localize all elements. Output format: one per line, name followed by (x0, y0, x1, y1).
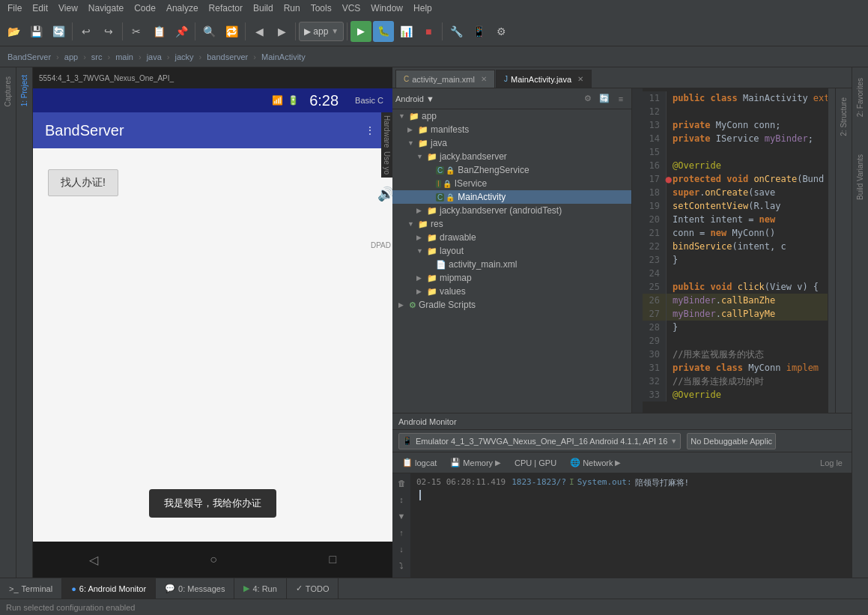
terminal-tab[interactable]: >_ Terminal (0, 578, 62, 599)
code-scroll[interactable]: 11 public class MainActivity extends Ap … (643, 88, 828, 413)
breadcrumb-bandserver2[interactable]: bandserver (202, 51, 252, 63)
tree-androidtest[interactable]: ▶ 📁 jacky.bandserver (androidTest) (392, 204, 631, 217)
menu-analyze[interactable]: Analyze (162, 1, 203, 15)
toolbar-cut-btn[interactable]: ✂ (126, 21, 147, 42)
toolbar-sdk-btn[interactable]: 🔧 (446, 21, 467, 42)
menu-run[interactable]: Run (279, 1, 305, 15)
menu-view[interactable]: View (54, 1, 82, 15)
breadcrumb-bandserver[interactable]: BandServer (3, 51, 55, 63)
menu-vcs[interactable]: VCS (338, 1, 365, 15)
tree-res[interactable]: ▼ 📁 res (392, 217, 631, 231)
toolbar-redo-btn[interactable]: ↪ (98, 21, 119, 42)
tree-activity-main-xml[interactable]: ▶ 📄 activity_main.xml (392, 258, 631, 271)
log-scroll-btn[interactable]: ↕ (395, 493, 408, 506)
find-person-button[interactable]: 找人办证! (48, 169, 118, 196)
tree-layout[interactable]: ▼ 📁 layout (392, 244, 631, 258)
breadcrumb-java[interactable]: java (142, 51, 166, 63)
back-nav-icon[interactable]: ◁ (89, 553, 98, 567)
tree-settings-btn[interactable]: ⚙ (580, 91, 595, 106)
hardware-label1: Hardware (381, 112, 392, 151)
menu-file[interactable]: File (3, 1, 26, 15)
terminal-icon: >_ (9, 584, 19, 593)
log-wrap-btn[interactable]: ⤵ (395, 559, 408, 572)
log-down-btn[interactable]: ↓ (395, 542, 408, 556)
tab-close-2[interactable]: ✕ (577, 75, 583, 83)
app-dropdown[interactable]: ▶ app▼ (299, 22, 344, 41)
tab-activity-main[interactable]: C activity_main.xml ✕ (395, 70, 495, 88)
log-clear-btn[interactable]: 🗑 (395, 476, 408, 490)
logcat-tab[interactable]: 📋 logcat (395, 455, 443, 471)
menu-refactor[interactable]: Refactor (204, 1, 247, 15)
log-pid: 1823-1823/? (512, 477, 566, 487)
android-monitor-tab[interactable]: ● 6: Android Monitor (62, 578, 156, 599)
tree-mipmap[interactable]: ▶ 📁 mipmap (392, 271, 631, 285)
toolbar-replace-btn[interactable]: 🔁 (221, 21, 242, 42)
toolbar-save-btn[interactable]: 💾 (25, 21, 46, 42)
todo-tab[interactable]: ✓ TODO (287, 578, 339, 599)
structure-label[interactable]: 2: Structure (837, 91, 850, 142)
toolbar-stop-btn[interactable]: ■ (418, 21, 439, 42)
toolbar-open-btn[interactable]: 📂 (3, 21, 24, 42)
app-debuggable-dropdown[interactable]: No Debuggable Applic (687, 433, 776, 449)
tree-iservice[interactable]: ▶ I 🔒 IService (392, 177, 631, 190)
log-level: I (569, 477, 574, 487)
menu-edit[interactable]: Edit (28, 1, 52, 15)
run-tab[interactable]: ▶ 4: Run (234, 578, 286, 599)
toolbar-back-btn[interactable]: ◀ (249, 21, 270, 42)
toolbar-undo-btn[interactable]: ↩ (76, 21, 97, 42)
tab-close-1[interactable]: ✕ (481, 75, 487, 83)
log-filter-btn[interactable]: ▼ (395, 509, 408, 523)
recents-nav-icon[interactable]: □ (330, 553, 337, 566)
menu-build[interactable]: Build (249, 1, 278, 15)
tree-manifests[interactable]: ▶ 📁 manifests (392, 123, 631, 136)
toolbar-search-btn[interactable]: 🔍 (198, 21, 219, 42)
toolbar-paste-btn[interactable]: 📌 (171, 21, 192, 42)
memory-tab[interactable]: 💾 Memory ▶ (443, 455, 508, 471)
toolbar-profile-btn[interactable]: 📊 (395, 21, 416, 42)
captures-label[interactable]: Captures (1, 70, 14, 113)
tree-drawable[interactable]: ▶ 📁 drawable (392, 231, 631, 244)
menu-help[interactable]: Help (409, 1, 437, 15)
breadcrumb-src[interactable]: src (87, 51, 107, 63)
android-dropdown[interactable]: Android ▼ (395, 94, 434, 103)
menu-window[interactable]: Window (366, 1, 407, 15)
toolbar-avd-btn[interactable]: 📱 (468, 21, 489, 42)
code-editor[interactable]: 11 public class MainActivity extends Ap … (632, 88, 835, 413)
breadcrumb-jacky[interactable]: jacky (171, 51, 198, 63)
toolbar-sync-btn[interactable]: 🔄 (48, 21, 69, 42)
toolbar-forward-btn[interactable]: ▶ (271, 21, 292, 42)
debug-button[interactable]: 🐛 (373, 21, 394, 42)
favorites-tab-label[interactable]: 2: Favorites (854, 70, 867, 124)
build-variants-tab[interactable]: Build Variants (854, 147, 867, 207)
toolbar-settings-btn[interactable]: ⚙ (491, 21, 512, 42)
menu-tools[interactable]: Tools (306, 1, 336, 15)
tree-java[interactable]: ▼ 📁 java (392, 136, 631, 150)
tree-app[interactable]: ▼ 📁 app (392, 109, 631, 123)
project-tab[interactable]: 1: Project (18, 67, 31, 114)
breadcrumb-main[interactable]: main (111, 51, 138, 63)
tree-collapse-btn[interactable]: ≡ (613, 91, 628, 106)
run-button[interactable]: ▶ (350, 21, 371, 42)
code-line-24: 24 (643, 267, 828, 280)
overflow-icon[interactable]: ⋮ (365, 125, 374, 136)
breadcrumb-app[interactable]: app (60, 51, 82, 63)
cpu-gpu-tab[interactable]: CPU | GPU (508, 455, 563, 471)
network-tab[interactable]: 🌐 Network ▶ (563, 455, 628, 471)
home-nav-icon[interactable]: ○ (210, 553, 217, 566)
log-area[interactable]: 02-15 06:28:11.419 1823-1823/? I System.… (410, 473, 852, 578)
messages-tab[interactable]: 💬 0: Messages (156, 578, 234, 599)
tab-mainactivity[interactable]: J MainActivity.java ✕ (496, 70, 592, 88)
tree-mainactivity[interactable]: ▶ C 🔒 MainActivity (392, 190, 631, 204)
log-up-btn[interactable]: ↑ (395, 526, 408, 539)
tree-sync-btn[interactable]: 🔄 (597, 91, 612, 106)
tree-values[interactable]: ▶ 📁 values (392, 285, 631, 298)
tree-gradle[interactable]: ▶ ⚙ Gradle Scripts (392, 298, 631, 312)
scrollbar-right[interactable] (828, 88, 835, 413)
menu-code[interactable]: Code (130, 1, 160, 15)
tree-banzhenservice[interactable]: ▶ C 🔒 BanZhengService (392, 163, 631, 177)
tree-jacky-bandserver[interactable]: ▼ 📁 jacky.bandserver (392, 150, 631, 163)
emulator-dropdown[interactable]: 📱 Emulator 4_1_3_7WVGA_Nexus_One_API_16 … (398, 433, 681, 449)
menu-navigate[interactable]: Navigate (84, 1, 128, 15)
toolbar-copy-btn[interactable]: 📋 (148, 21, 169, 42)
breadcrumb-mainactivity[interactable]: MainActivity (257, 51, 310, 63)
